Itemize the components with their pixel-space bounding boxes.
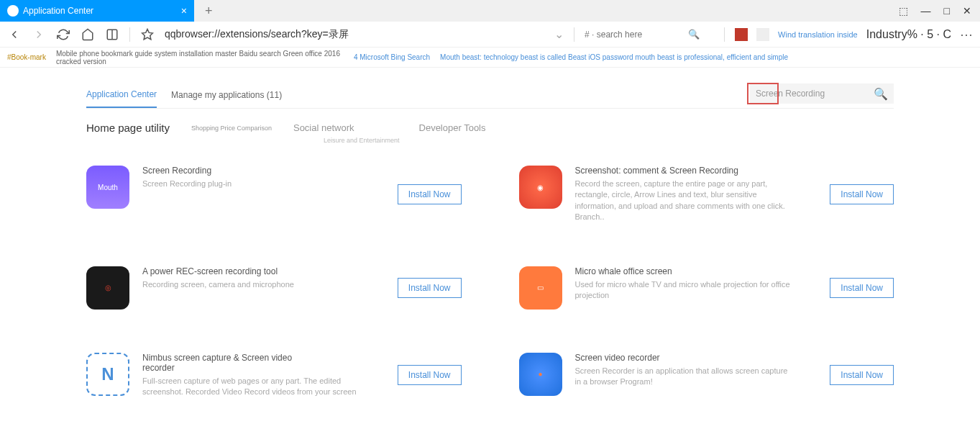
navbar: ⌄ 🔍 Wind translation inside Industry% · … — [0, 22, 980, 48]
install-button[interactable]: Install Now — [398, 278, 462, 298]
app-card: ▭ Micro whale office screen Used for mic… — [519, 266, 894, 310]
reload-button[interactable] — [56, 27, 70, 42]
search-icon[interactable]: 🔍 — [874, 87, 888, 101]
search-input[interactable] — [585, 30, 685, 40]
cat-shopping[interactable]: Shopping Price Comparison — [191, 125, 272, 132]
app-icon-power-rec: ◎ — [86, 266, 129, 310]
close-tab-icon[interactable]: × — [181, 5, 187, 17]
app-grid: Mouth Screen Recording Screen Recording … — [86, 166, 894, 397]
app-title[interactable]: Screenshot: comment & Screen Recording — [575, 166, 755, 176]
svg-marker-2 — [142, 29, 153, 39]
url-area: ⌄ 🔍 — [165, 27, 714, 42]
app-icon-screen-video: ● — [519, 353, 562, 396]
extension-search: 🔍 — [750, 83, 894, 104]
reader-button[interactable] — [105, 27, 119, 42]
new-tab-button[interactable]: + — [205, 4, 213, 19]
app-card: N Nimbus screen capture & Screen video r… — [86, 353, 462, 398]
translation-label[interactable]: Wind translation inside — [778, 30, 858, 39]
app-desc: Screen Recorder is an application that a… — [575, 366, 791, 388]
tab-title: Application Center — [23, 6, 93, 16]
app-desc: Record the screen, capture the entire pa… — [575, 179, 791, 223]
app-icon-screenshot: ◉ — [519, 166, 562, 209]
bookmark-bar: #Book-mark Mobile phone bookmark guide s… — [0, 48, 980, 68]
app-title[interactable]: A power REC-screen recording tool — [142, 266, 322, 276]
more-menu-icon[interactable]: ⋯ — [960, 27, 973, 42]
app-title[interactable]: Screen video recorder — [575, 353, 755, 363]
search-icon[interactable]: 🔍 — [688, 29, 700, 40]
tab-manage-apps[interactable]: Manage my applications (11) — [171, 83, 282, 107]
app-desc: Used for micro whale TV and micro whale … — [575, 279, 791, 302]
tab-favicon — [7, 5, 19, 17]
maximize-icon[interactable]: □ — [944, 5, 950, 17]
tab-application-center[interactable]: Application Center — [86, 82, 157, 108]
app-card: Mouth Screen Recording Screen Recording … — [86, 166, 462, 223]
app-icon-nimbus: N — [86, 353, 129, 396]
cat-leisure[interactable]: Leisure and Entertainment — [324, 137, 894, 144]
extension-search-input[interactable] — [756, 89, 874, 99]
extension-icon-2[interactable] — [756, 28, 769, 41]
bookmark-first[interactable]: #Book-mark — [7, 53, 46, 61]
install-button[interactable]: Install Now — [830, 184, 894, 204]
cat-home[interactable]: Home page utility — [86, 122, 170, 134]
content: Application Center Manage my application… — [0, 68, 980, 397]
bookmark-link2[interactable]: Mouth beast: technology beast is called … — [440, 53, 788, 61]
bookmark-link[interactable]: 4 Microsoft Bing Search — [354, 53, 430, 61]
back-button[interactable] — [7, 27, 22, 42]
app-card: ◉ Screenshot: comment & Screen Recording… — [519, 166, 894, 223]
app-tabs: Application Center Manage my application… — [86, 82, 894, 109]
window-controls: ⬚ — □ ✕ — [899, 5, 980, 17]
industry-label: Industry% · 5 · C — [866, 28, 951, 41]
cat-social[interactable]: Social network — [293, 122, 354, 133]
favorite-icon[interactable] — [140, 27, 155, 42]
titlebar: Application Center × + ⬚ — □ ✕ — [0, 0, 980, 22]
install-button[interactable]: Install Now — [398, 184, 462, 204]
cat-dev[interactable]: Developer Tools — [419, 122, 486, 133]
close-window-icon[interactable]: ✕ — [963, 5, 971, 17]
extension-icon-1[interactable] — [735, 28, 748, 41]
forward-button[interactable] — [32, 27, 46, 42]
url-input[interactable] — [165, 29, 452, 40]
app-desc: Screen Recording plug-in — [142, 179, 358, 189]
app-title[interactable]: Micro whale office screen — [575, 266, 755, 276]
right-nav: Wind translation inside Industry% · 5 · … — [735, 27, 973, 42]
install-button[interactable]: Install Now — [398, 365, 462, 385]
app-desc: Recording screen, camera and microphone — [142, 279, 358, 290]
install-button[interactable]: Install Now — [830, 365, 894, 385]
app-desc: Full-screen capture of web pages or any … — [142, 376, 358, 398]
browser-tab[interactable]: Application Center × — [0, 0, 194, 22]
app-icon-screen-recording: Mouth — [86, 166, 129, 209]
app-card: ● Screen video recorder Screen Recorder … — [519, 353, 894, 398]
app-title[interactable]: Nimbus screen capture & Screen video rec… — [142, 353, 322, 373]
minimize-icon[interactable]: — — [921, 5, 931, 17]
app-icon-micro-whale: ▭ — [519, 266, 562, 310]
pin-icon[interactable]: ⬚ — [899, 5, 908, 17]
search-bar: 🔍 — [585, 29, 714, 40]
install-button[interactable]: Install Now — [830, 278, 894, 298]
url-dropdown-icon[interactable]: ⌄ — [554, 27, 564, 41]
app-title[interactable]: Screen Recording — [142, 166, 322, 176]
app-card: ◎ A power REC-screen recording tool Reco… — [86, 266, 462, 310]
home-button[interactable] — [81, 27, 95, 42]
bookmark-second[interactable]: Mobile phone bookmark guide system insta… — [56, 50, 344, 66]
